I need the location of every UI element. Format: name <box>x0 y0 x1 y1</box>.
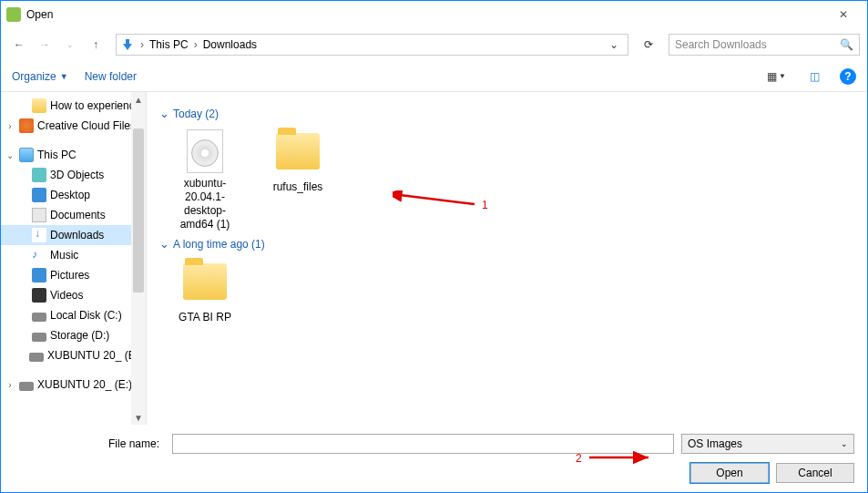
organize-menu[interactable]: Organize ▼ <box>12 70 68 83</box>
tree-item-label: Local Disk (C:) <box>50 309 122 322</box>
tree-item-label: Storage (D:) <box>50 329 109 342</box>
tree-item-label: How to experience <box>50 99 140 112</box>
file-list[interactable]: Today (2)xubuntu-20.04.1-desktop-amd64 (… <box>147 92 867 425</box>
up-button[interactable]: ↑ <box>85 34 107 56</box>
breadcrumb-downloads[interactable]: Downloads <box>199 38 260 51</box>
breadcrumb[interactable]: › This PC › Downloads ⌄ <box>116 34 628 56</box>
filename-label: File name: <box>10 437 165 450</box>
tree-item-label: Documents <box>50 209 106 221</box>
tree-item-label: This PC <box>37 149 77 161</box>
search-input[interactable] <box>675 38 840 51</box>
tree-item-documents[interactable]: Documents <box>1 205 146 225</box>
scroll-thumb[interactable] <box>133 128 144 293</box>
tree-item-videos[interactable]: Videos <box>1 285 146 305</box>
scroll-down-icon[interactable]: ▼ <box>131 410 146 425</box>
close-button[interactable]: ✕ <box>825 2 862 27</box>
scroll-up-icon[interactable]: ▲ <box>131 92 146 107</box>
chevron-down-icon: ▼ <box>779 72 786 80</box>
dialog-body: How to experience›Creative Cloud Files⌄T… <box>1 92 867 425</box>
file-label: GTA BI RP <box>168 311 241 324</box>
expander-icon[interactable]: ⌄ <box>5 150 15 160</box>
refresh-button[interactable]: ⟳ <box>638 34 659 56</box>
tree-item-c[interactable]: Local Disk (C:) <box>1 305 146 325</box>
new-folder-button[interactable]: New folder <box>85 70 137 83</box>
group-header[interactable]: Today (2) <box>159 107 854 120</box>
tree-scrollbar[interactable]: ▲ ▼ <box>131 92 146 425</box>
tree-item-label: Creative Cloud Files <box>37 119 136 132</box>
tree-item-this-pc[interactable]: ⌄This PC <box>1 145 146 165</box>
chevron-icon: › <box>192 38 199 51</box>
search-icon: 🔍 <box>840 38 853 51</box>
file-label: rufus_files <box>261 180 334 194</box>
dialog-footer: File name: OS Images ⌄ Open Cancel 2 <box>1 425 867 492</box>
tree-item-pictures[interactable]: Pictures <box>1 265 146 285</box>
expander-icon[interactable]: › <box>5 121 15 131</box>
file-item-rufus-files[interactable]: rufus_files <box>261 129 334 231</box>
tree-item-label: XUBUNTU 20_ (E:) <box>37 378 132 391</box>
tree-item-how-to[interactable]: How to experience <box>1 96 146 116</box>
file-type-filter[interactable]: OS Images ⌄ <box>681 434 854 454</box>
breadcrumb-this-pc[interactable]: This PC <box>146 38 192 51</box>
tree-item-music[interactable]: ♪Music <box>1 245 146 265</box>
titlebar: Open ✕ <box>1 1 867 28</box>
back-button[interactable]: ← <box>8 34 30 56</box>
tree-item-label: Pictures <box>50 269 89 282</box>
chevron-down-icon: ▼ <box>60 72 68 81</box>
expander-icon[interactable]: › <box>5 380 15 390</box>
filename-input[interactable] <box>172 434 674 454</box>
preview-pane-icon: ◫ <box>810 70 820 83</box>
tree-item-3d[interactable]: 3D Objects <box>1 165 146 185</box>
group-header[interactable]: A long time ago (1) <box>159 237 854 251</box>
help-button[interactable]: ? <box>840 68 856 85</box>
tree-item-d[interactable]: Storage (D:) <box>1 325 146 345</box>
tree-item-e1[interactable]: XUBUNTU 20_ (E:) <box>1 345 146 365</box>
tree-item-label: 3D Objects <box>50 169 104 181</box>
breadcrumb-dropdown[interactable]: ⌄ <box>604 38 624 51</box>
recent-dropdown[interactable]: ⌄ <box>59 34 81 56</box>
chevron-down-icon: ⌄ <box>841 439 848 448</box>
forward-button[interactable]: → <box>34 34 56 56</box>
navigation-row: ← → ⌄ ↑ › This PC › Downloads ⌄ ⟳ 🔍 <box>1 28 867 61</box>
file-item-gta[interactable]: GTA BI RP <box>168 260 241 324</box>
tree-item-label: Downloads <box>50 229 104 241</box>
tree-item-label: Desktop <box>50 189 90 201</box>
tree-item-cc[interactable]: ›Creative Cloud Files <box>1 116 146 136</box>
tree-item-e2[interactable]: ›XUBUNTU 20_ (E:) <box>1 375 146 395</box>
nav-tree[interactable]: How to experience›Creative Cloud Files⌄T… <box>1 92 147 425</box>
window-title: Open <box>26 8 825 21</box>
view-mode-button[interactable]: ▦ ▼ <box>763 68 790 85</box>
cancel-button[interactable]: Cancel <box>776 463 854 483</box>
search-box[interactable]: 🔍 <box>669 34 860 56</box>
tree-item-label: Videos <box>50 289 83 302</box>
app-icon <box>6 7 21 22</box>
organize-label: Organize <box>12 70 56 83</box>
preview-pane-button[interactable]: ◫ <box>806 68 823 85</box>
file-item-xubuntu-iso[interactable]: xubuntu-20.04.1-desktop-amd64 (1) <box>168 129 241 231</box>
tree-item-downloads[interactable]: Downloads <box>1 225 146 245</box>
file-label: xubuntu-20.04.1-desktop-amd64 (1) <box>168 177 241 231</box>
thumbnails-icon: ▦ <box>767 70 777 83</box>
downloads-path-icon <box>120 37 135 52</box>
tree-item-label: Music <box>50 249 78 262</box>
tree-item-label: XUBUNTU 20_ (E:) <box>47 349 142 362</box>
open-button[interactable]: Open <box>690 463 769 483</box>
chevron-icon: › <box>138 38 146 51</box>
tree-item-desktop[interactable]: Desktop <box>1 185 146 205</box>
toolbar: Organize ▼ New folder ▦ ▼ ◫ ? <box>1 61 867 92</box>
filter-label: OS Images <box>688 437 742 450</box>
open-dialog-window: Open ✕ ← → ⌄ ↑ › This PC › Downloads ⌄ ⟳… <box>0 0 868 493</box>
